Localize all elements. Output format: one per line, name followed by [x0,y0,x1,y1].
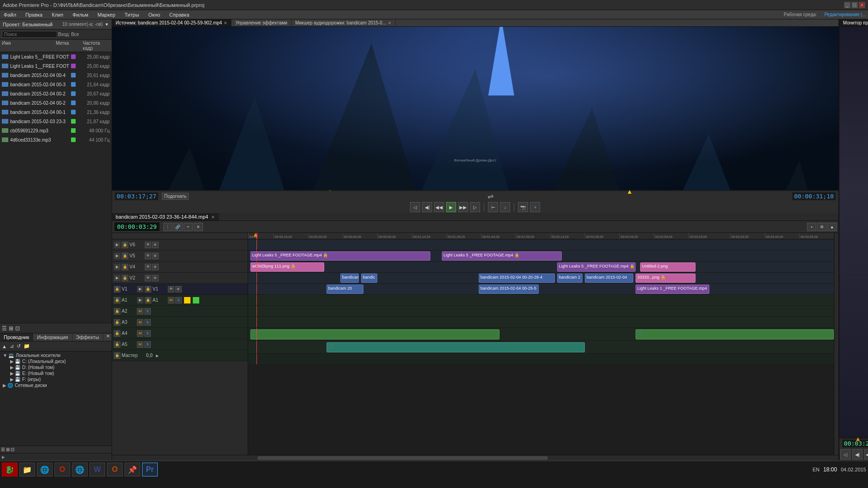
v5-eye[interactable]: 👁 [145,253,151,259]
export-frame-button[interactable]: 📷 [518,202,528,212]
taskbar-app-premiere[interactable]: Pr [142,463,158,476]
taskbar-app-opera1[interactable]: O [54,463,70,476]
track-v5-lock[interactable]: 🔒 [122,253,128,259]
minimize-button[interactable]: _ [844,2,850,8]
program-timecode[interactable]: 00:03:29 [842,440,868,447]
a1-lock[interactable]: 🔒 [145,297,151,304]
a2-solo[interactable]: S [144,308,151,315]
a5-mute[interactable]: M [137,341,143,348]
list-item[interactable]: bandicam 2015-02-04 00-2 20,67 кадр [0,89,112,98]
clip-v4-2[interactable]: Light Leaks 5 _FREE FOOTAGE.mp4 🔒 [557,262,636,272]
list-item[interactable]: Light Leaks 1__FREE FOOT 25,00 кадр [0,61,112,71]
menu-file[interactable]: Файл [2,11,18,18]
taskbar-app-chrome[interactable]: 🌐 [72,463,88,476]
step-back-button[interactable]: ◀| [422,202,432,212]
v5-sync[interactable]: ⊕ [152,253,159,259]
source-tab-close[interactable]: ✕ [224,21,227,25]
track-a1[interactable] [248,295,834,306]
explorer-refresh-icon[interactable]: ↺ [16,342,22,350]
zoom-out-button[interactable]: ▪ [807,223,816,231]
tree-item-local-drives[interactable]: ▼ 💻 Локальные носители [1,352,111,358]
tab-explorer[interactable]: Проводник [0,333,33,341]
snap-button[interactable]: ⋮ [163,223,172,231]
a4-mute[interactable]: M [137,330,143,337]
track-v4-expand[interactable]: ▶ [114,264,120,270]
track-a3[interactable] [248,317,834,328]
explorer-up-icon[interactable]: ▲ [1,343,8,350]
explorer-filter-icon[interactable]: ⊿ [9,342,15,350]
insert-button[interactable]: ⊢ [488,202,498,212]
menu-help[interactable]: Справка [167,11,191,18]
close-button[interactable]: × [859,2,865,8]
track-a1-expand[interactable]: ▶ [137,297,143,304]
tree-item-d-drive[interactable]: ▶ 💾 D: (Новый том) [1,364,111,370]
minimize-panel-button[interactable]: ▲ [827,223,837,231]
menu-clip[interactable]: Клип [50,11,65,18]
tree-item-e-drive[interactable]: ▶ 💾 E: (Новый том) [1,370,111,376]
tree-item-network[interactable]: ▶ 🌐 Сетевые диски [1,382,111,388]
explorer-panel-close[interactable]: ✕ [106,333,110,341]
maximize-button[interactable]: □ [851,2,858,8]
clip-a5-1[interactable]: 🎵 [327,342,585,352]
link-button[interactable]: 🔗 [173,223,183,231]
a5-solo[interactable]: S [144,341,151,348]
menu-edit[interactable]: Правка [24,11,44,18]
track-v1[interactable]: bandicam 20 bandicam 2015-02-04 00-25-5 … [248,284,834,295]
clip-v1-2[interactable]: bandicam 2015-02-04 00-25-5 [479,285,539,294]
taskbar-app-app5[interactable]: W [89,463,105,476]
v6-eye[interactable]: 👁 [145,242,151,248]
list-item[interactable]: 4d6ced33133e.mp3 44 100 Гц [0,135,112,144]
timeline-timecode[interactable]: 00:00:03:29 [114,222,160,232]
tab-audio-mixer[interactable]: Микшер аудиодорожки: bandicam 2015-0... … [291,19,396,26]
clip-v3-4[interactable]: bandicam 2 [557,274,583,283]
track-v6[interactable] [248,239,834,250]
source-link-icon[interactable]: ⇌ [488,192,493,201]
shuttle-back-button[interactable]: ◀◀ [434,202,444,212]
a4-outer-btn[interactable]: 🔒 [114,330,120,337]
v3-sync[interactable]: ⊕ [152,275,159,281]
settings-button[interactable]: ⚙ [817,223,826,231]
clip-v5-2[interactable]: Light Leaks 5 _FREE FOOTAGE.mp4 🔒 [442,251,562,261]
track-v4[interactable]: wCMZkpng 111.png 🔒 Light Leaks 5 _FREE F… [248,262,834,273]
tab-timeline[interactable]: bandicam 2015-02-03 23-36-14-844.mp4 ✕ [112,213,220,220]
track-v5-expand[interactable]: ▶ [114,253,120,259]
track-v3[interactable]: bandicam bandic bandicam 2015-02-04 00-2… [248,273,834,284]
a2-mute[interactable]: M [137,308,143,315]
tab-info[interactable]: Информация [33,333,72,341]
a1-mute[interactable]: M [168,297,174,304]
hscroll-thumb[interactable] [257,456,548,460]
program-scrubber[interactable] [839,437,868,439]
list-item[interactable]: bandicam 2015-02-04 00-3 21,64 кадр [0,80,112,89]
a3-outer-btn[interactable]: 🔒 [114,319,120,326]
a4-solo[interactable]: S [144,330,151,337]
taskbar-app-explorer[interactable]: 📁 [19,463,35,476]
clip-a4-1[interactable]: 🎵 [250,329,499,339]
track-a5[interactable]: 🎵 [248,341,834,354]
mark-out-button[interactable]: ▷ [470,202,480,212]
list-item[interactable]: Light Leaks 5__FREE FOOT 25,00 кадр [0,52,112,61]
menu-film[interactable]: Фильм [71,11,90,18]
clip-v3-6[interactable]: 33333...png 🔒 [636,274,696,283]
list-view-icon[interactable]: ☰ [2,325,7,332]
taskbar-app-asus[interactable]: 🐉 [2,463,18,476]
v1-sync[interactable]: ⊕ [175,286,182,292]
track-a4[interactable]: 🎵 🎵 [248,328,834,341]
list-item[interactable]: bandicam 2015-02-04 00-2 20,86 кадр [0,98,112,107]
source-timecode-out[interactable]: 00:00:31;10 [792,192,836,200]
menu-window[interactable]: Окно [147,11,162,18]
clip-v3-5[interactable]: bandicam 2015-02-04 [585,274,633,283]
grid-view-icon[interactable]: ⊞ [9,325,13,332]
taskbar-app-opera2[interactable]: O [107,463,123,476]
v4-sync[interactable]: ⊕ [152,264,159,270]
master-arrow[interactable]: ▸ [156,352,159,359]
a1-outer-btn[interactable]: 🔒 [114,297,120,304]
track-v6-expand[interactable]: ▶ [114,242,120,248]
right-scroll[interactable] [834,233,838,455]
clip-v5-1[interactable]: Light Leaks 5 _FREE FOOTAGE.mp4 🔒 [250,251,430,261]
step-forward-button[interactable]: ▶▶ [458,202,468,212]
v4-eye[interactable]: 👁 [145,264,151,270]
list-item[interactable]: bandicam 2015-02-03 23-3 21,87 кадр [0,117,112,126]
track-v6-lock[interactable]: 🔒 [122,242,128,248]
a2-outer-btn[interactable]: 🔒 [114,308,120,315]
clip-v4-3[interactable]: Untitled-2.png [640,262,696,272]
